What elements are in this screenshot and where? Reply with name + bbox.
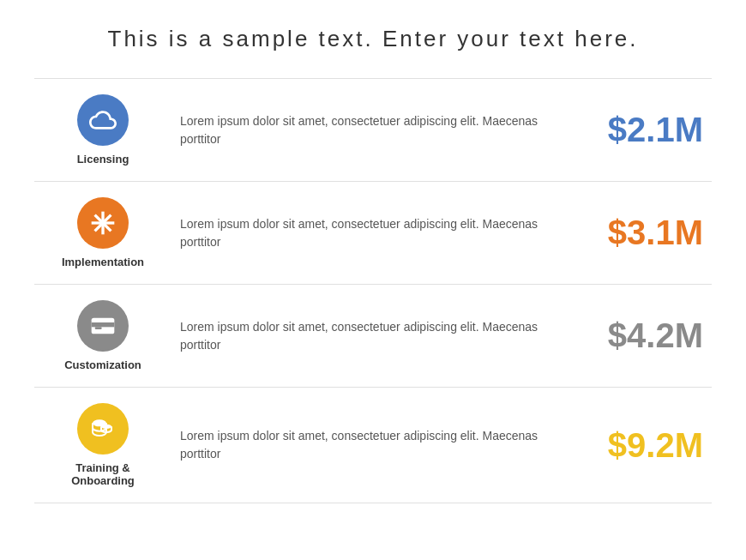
customization-amount: $4.2M bbox=[608, 316, 703, 354]
implementation-amount: $3.1M bbox=[608, 214, 703, 251]
implementation-description: Lorem ipsum dolor sit amet, consectetuer… bbox=[163, 215, 592, 251]
coins-icon bbox=[89, 415, 117, 443]
training-amount-section: $9.2M bbox=[592, 426, 703, 465]
training-description: Lorem ipsum dolor sit amet, consectetuer… bbox=[163, 427, 592, 463]
page-title: This is a sample text. Enter your text h… bbox=[34, 26, 712, 52]
customization-description: Lorem ipsum dolor sit amet, consectetuer… bbox=[163, 318, 592, 354]
icon-section-implementation: Implementation bbox=[43, 197, 163, 268]
customization-icon-circle bbox=[77, 300, 129, 352]
training-label: Training & Onboarding bbox=[71, 461, 135, 487]
row-customization: Customization Lorem ipsum dolor sit amet… bbox=[34, 285, 712, 388]
licensing-description: Lorem ipsum dolor sit amet, consectetuer… bbox=[163, 112, 592, 148]
items-list: Licensing Lorem ipsum dolor sit amet, co… bbox=[34, 78, 712, 503]
customization-label: Customization bbox=[64, 358, 141, 371]
server-icon bbox=[89, 312, 117, 340]
licensing-label: Licensing bbox=[77, 153, 129, 166]
icon-section-customization: Customization bbox=[43, 300, 163, 371]
licensing-amount-section: $2.1M bbox=[592, 111, 703, 149]
svg-rect-6 bbox=[92, 322, 115, 327]
implementation-amount-section: $3.1M bbox=[592, 214, 703, 252]
implementation-icon-circle bbox=[77, 197, 129, 249]
icon-section-licensing: Licensing bbox=[43, 94, 163, 166]
icon-section-training: Training & Onboarding bbox=[43, 403, 163, 487]
row-training: Training & Onboarding Lorem ipsum dolor … bbox=[34, 388, 712, 503]
cloud-icon bbox=[89, 106, 117, 134]
asterisk-icon bbox=[89, 209, 117, 237]
customization-amount-section: $4.2M bbox=[592, 316, 703, 355]
implementation-label: Implementation bbox=[62, 256, 144, 268]
row-licensing: Licensing Lorem ipsum dolor sit amet, co… bbox=[34, 78, 712, 182]
svg-point-9 bbox=[101, 425, 111, 429]
training-icon-circle bbox=[77, 403, 129, 455]
row-implementation: Implementation Lorem ipsum dolor sit ame… bbox=[34, 182, 712, 285]
licensing-icon-circle bbox=[77, 94, 129, 146]
licensing-amount: $2.1M bbox=[608, 111, 703, 148]
training-amount: $9.2M bbox=[608, 426, 703, 464]
